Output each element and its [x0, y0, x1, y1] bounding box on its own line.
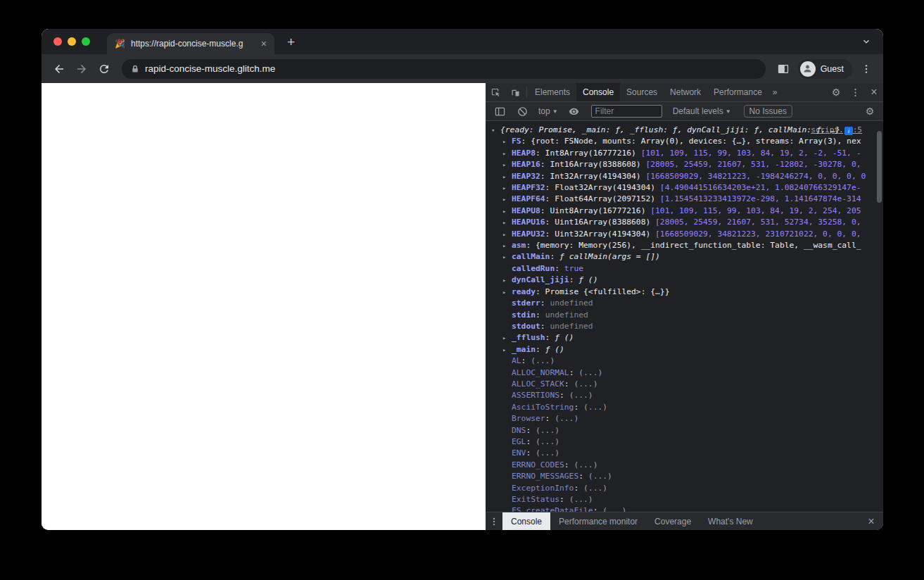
console-line[interactable]: DNS: (...) [486, 425, 883, 436]
disclosure-triangle-icon[interactable]: ▸ [502, 217, 512, 228]
scrollbar-thumb[interactable] [877, 131, 882, 203]
console-token: : [559, 391, 569, 400]
drawer-tab-coverage[interactable]: Coverage [646, 512, 700, 530]
disclosure-triangle-icon[interactable]: ▸ [502, 194, 512, 205]
disclosure-triangle-icon[interactable]: ▸ [502, 136, 512, 147]
console-line[interactable]: ▸HEAPF64: Float64Array(2097152) [1.15454… [486, 194, 883, 205]
reload-button[interactable] [94, 58, 115, 80]
disclosure-triangle-icon[interactable]: ▸ [502, 286, 512, 298]
console-line[interactable]: Browser: (...) [486, 413, 883, 424]
console-token: ƒ () [555, 333, 574, 342]
disclosure-triangle-icon[interactable]: ▸ [502, 344, 512, 355]
tab-close-icon[interactable]: × [259, 38, 269, 49]
disclosure-triangle-icon[interactable]: ▸ [502, 229, 512, 240]
more-tabs-button[interactable]: » [768, 83, 782, 101]
console-line[interactable]: AsciiToString: (...) [486, 402, 883, 413]
console-token: ERRNO_CODES [512, 460, 564, 469]
console-line[interactable]: ▸HEAP16: Int16Array(8388608) [28005, 254… [486, 159, 883, 170]
context-selector[interactable]: top ▼ [535, 106, 562, 116]
drawer-tab-console[interactable]: Console [502, 512, 550, 530]
console-line[interactable]: ▸_fflush: ƒ () [486, 332, 883, 343]
devtools-menu-button[interactable] [845, 83, 865, 101]
back-button[interactable] [49, 58, 70, 80]
console-line[interactable]: ENV: (...) [486, 448, 883, 459]
filter-input[interactable] [595, 106, 658, 116]
drawer-tab-whats-new[interactable]: What's New [700, 512, 761, 530]
window-controls [42, 37, 100, 46]
side-panel-button[interactable] [773, 58, 794, 80]
console-line[interactable]: ▸callMain: ƒ callMain(args = []) [486, 251, 883, 263]
console-token: FS_createDataFile [512, 506, 593, 512]
browser-tab[interactable]: 🎉 https://rapid-concise-muscle.g × [107, 33, 274, 54]
live-expression-button[interactable] [564, 106, 584, 117]
disclosure-triangle-icon[interactable]: ▸ [502, 159, 512, 170]
console-settings-button[interactable]: ⚙ [861, 106, 879, 117]
disclosure-triangle-icon[interactable]: ▸ [502, 182, 512, 194]
indent-spacer [502, 367, 512, 379]
drawer-menu-button[interactable] [486, 512, 502, 530]
console-line[interactable]: ASSERTIONS: (...) [486, 390, 883, 401]
console-line[interactable]: AL: (...) [486, 355, 883, 367]
address-bar[interactable]: rapid-concise-muscle.glitch.me [122, 59, 766, 79]
three-dot-vertical-icon [861, 63, 872, 75]
indent-spacer [502, 321, 512, 332]
console-line[interactable]: ▸_main: ƒ () [486, 344, 883, 355]
forward-button[interactable] [71, 58, 92, 80]
profile-button[interactable]: Guest [798, 59, 852, 79]
console-token: : Int8Array(16777216) [536, 149, 641, 158]
console-line[interactable]: ▸HEAPU8: Uint8Array(16777216) [101, 109,… [486, 206, 883, 217]
console-line[interactable]: ▸FS: {root: FSNode, mounts: Array(0), de… [486, 136, 883, 147]
console-line[interactable]: ERRNO_CODES: (...) [486, 460, 883, 471]
indent-spacer [502, 298, 512, 309]
disclosure-triangle-icon[interactable]: ▸ [502, 251, 512, 263]
devtools-tab-console[interactable]: Console [576, 83, 620, 101]
console-sidebar-button[interactable] [490, 106, 510, 117]
disclosure-triangle-icon[interactable]: ▸ [502, 332, 512, 343]
console-line[interactable]: script.js:5▾{ready: Promise, _main: ƒ, _… [486, 125, 883, 136]
console-line[interactable]: ▸HEAP32: Int32Array(4194304) [1668509029… [486, 171, 883, 182]
disclosure-triangle-icon[interactable]: ▸ [502, 171, 512, 182]
disclosure-triangle-icon[interactable]: ▾ [491, 125, 500, 136]
console-line[interactable]: ALLOC_NORMAL: (...) [486, 367, 883, 379]
tab-search-chevron-icon[interactable] [861, 36, 872, 47]
device-toolbar-icon [510, 87, 521, 98]
disclosure-triangle-icon[interactable]: ▸ [502, 148, 512, 159]
console-line[interactable]: ▸dynCall_jiji: ƒ () [486, 275, 883, 286]
console-line[interactable]: ERRNO_MESSAGES: (...) [486, 471, 883, 482]
console-token: : Int16Array(8388608) [540, 160, 646, 169]
devtools-tab-network[interactable]: Network [664, 83, 707, 101]
console-token: ExceptionInfo [512, 484, 574, 493]
devtools-tab-sources[interactable]: Sources [620, 83, 664, 101]
console-line[interactable]: ALLOC_STACK: (...) [486, 379, 883, 390]
no-issues-button[interactable]: No Issues [744, 105, 792, 118]
disclosure-triangle-icon[interactable]: ▸ [502, 240, 512, 251]
clear-console-button[interactable] [512, 106, 532, 117]
inspect-element-button[interactable] [486, 83, 505, 101]
close-devtools-button[interactable]: × [865, 83, 883, 101]
console-line[interactable]: ▸HEAPU16: Uint16Array(8388608) [28005, 2… [486, 217, 883, 228]
console-line[interactable]: ▸HEAPU32: Uint32Array(4194304) [16685090… [486, 229, 883, 240]
close-drawer-button[interactable]: × [862, 515, 880, 528]
minimize-window-button[interactable] [68, 37, 76, 46]
console-line[interactable]: ▸ready: Promise {<fulfilled>: {…}} [486, 286, 883, 298]
new-tab-button[interactable]: + [283, 34, 299, 50]
zoom-window-button[interactable] [82, 37, 90, 46]
disclosure-triangle-icon[interactable]: ▸ [502, 275, 512, 286]
drawer-tab-performance-monitor[interactable]: Performance monitor [550, 512, 646, 530]
log-levels-dropdown[interactable]: Default levels ▼ [669, 106, 735, 116]
console-line[interactable]: EGL: (...) [486, 436, 883, 448]
console-line[interactable]: ▸HEAP8: Int8Array(16777216) [101, 109, 1… [486, 148, 883, 159]
console-line[interactable]: ▸HEAPF32: Float32Array(4194304) [4.49044… [486, 182, 883, 194]
devtools-tab-elements[interactable]: Elements [529, 83, 576, 101]
console-line[interactable]: ExitStatus: (...) [486, 494, 883, 505]
device-toolbar-button[interactable] [505, 83, 525, 101]
disclosure-triangle-icon[interactable]: ▸ [502, 206, 512, 217]
close-window-button[interactable] [53, 37, 62, 46]
devtools-tab-performance[interactable]: Performance [707, 83, 768, 101]
console-line[interactable]: ExceptionInfo: (...) [486, 483, 883, 494]
console-line[interactable]: FS_createDataFile: (...) [486, 505, 883, 512]
browser-menu-button[interactable] [856, 59, 876, 79]
console-line[interactable]: ▸asm: {memory: Memory(256), __indirect_f… [486, 240, 883, 251]
console-token: : [569, 368, 579, 377]
devtools-settings-button[interactable]: ⚙ [827, 83, 845, 101]
